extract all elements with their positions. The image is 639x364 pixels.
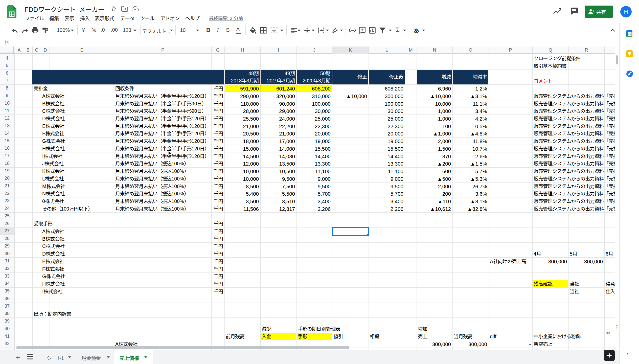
svg-text:31: 31 — [628, 32, 631, 35]
